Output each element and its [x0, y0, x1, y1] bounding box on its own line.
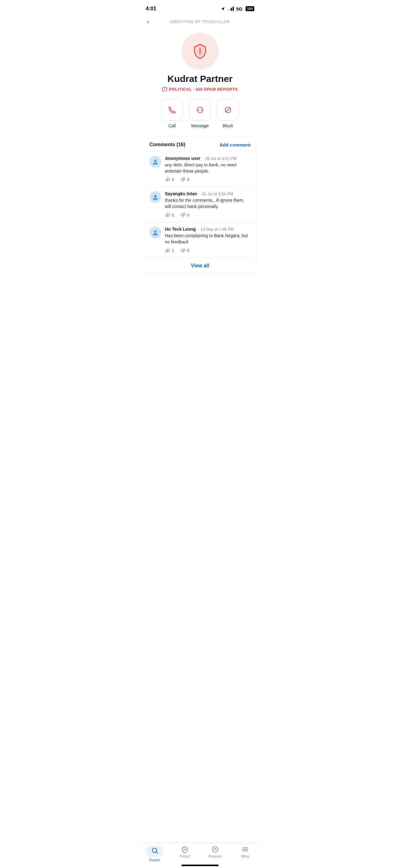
downvote-count: 0 [187, 248, 189, 253]
downvote-button[interactable]: 0 [180, 212, 189, 218]
thumbs-down-icon [180, 212, 186, 218]
shield-alert-icon [191, 42, 209, 60]
comment-author: Ho Teck Leong [165, 227, 196, 231]
thumbs-down-icon [180, 177, 186, 182]
comment-meta: Ho Teck Leong · 13 Sep at 1:06 PM [165, 227, 251, 231]
call-icon [168, 105, 176, 114]
comment-text: thanks for the comments...ill ignore the… [165, 197, 251, 210]
message-button[interactable]: Message [189, 99, 211, 128]
svg-point-1 [199, 53, 201, 55]
comment-text: Has been complaining to Bank Negara, but… [165, 233, 251, 245]
status-bar: 4:01 5G 100 [139, 0, 261, 16]
avatar [149, 156, 161, 168]
call-btn-circle [161, 99, 183, 121]
block-btn-circle [217, 99, 239, 121]
spam-badge-text: POLITICAL · 426 SPAM REPORTS [169, 87, 238, 92]
page-header: ‹ IDENTIFIED BY TRUECALLER [139, 16, 261, 25]
comments-section: Comments (16) Add comment Anonymous user… [144, 137, 256, 274]
avatar-section [139, 33, 261, 70]
thumbs-up-icon [165, 177, 171, 182]
signal-bars [227, 7, 234, 11]
comment-item: Ho Teck Leong · 13 Sep at 1:06 PM Has be… [144, 222, 256, 257]
downvote-button[interactable]: 0 [180, 177, 189, 182]
upvote-count: 1 [172, 248, 174, 253]
upvote-button[interactable]: 3 [165, 177, 174, 182]
svg-point-5 [198, 110, 199, 111]
add-comment-button[interactable]: Add comment [220, 142, 251, 148]
comment-item: Anonymous user · 28 Jul at 4:01 PM any d… [144, 151, 256, 187]
comment-content: Anonymous user · 28 Jul at 4:01 PM any d… [165, 156, 251, 182]
svg-point-6 [200, 110, 201, 111]
call-label: Call [168, 123, 176, 128]
block-icon [224, 105, 232, 114]
block-label: Block [223, 123, 233, 128]
upvote-button[interactable]: 2 [165, 212, 174, 218]
avatar [149, 191, 161, 203]
downvote-count: 0 [187, 213, 189, 217]
status-time: 4:01 [146, 6, 156, 12]
avatar [149, 227, 161, 239]
svg-point-12 [154, 230, 157, 233]
call-button[interactable]: Call [161, 99, 183, 128]
svg-point-7 [201, 110, 202, 111]
thumbs-up-icon [165, 248, 171, 253]
comment-content: Sayangku Intan · 31 Jul at 3:31 PM thank… [165, 191, 251, 218]
comment-time: 31 Jul at 3:31 PM [202, 191, 233, 196]
message-btn-circle [189, 99, 211, 121]
status-icons: 5G 100 [221, 6, 254, 11]
back-button[interactable]: ‹ [147, 18, 149, 25]
message-label: Message [191, 123, 209, 128]
comment-text: any debt, direct pay to bank, no need en… [165, 162, 251, 174]
comment-time: 13 Sep at 1:06 PM [201, 227, 234, 231]
comments-header: Comments (16) Add comment [144, 137, 256, 151]
comment-meta: Anonymous user · 28 Jul at 4:01 PM [165, 156, 251, 161]
action-buttons: Call Message Block [139, 99, 261, 128]
identified-by-label: IDENTIFIED BY TRUECALLER [170, 20, 230, 24]
user-icon [152, 229, 159, 236]
comment-item: Sayangku Intan · 31 Jul at 3:31 PM thank… [144, 187, 256, 222]
svg-point-10 [154, 160, 157, 162]
svg-line-9 [226, 108, 230, 112]
view-all-button[interactable]: View all [144, 258, 256, 274]
battery-indicator: 100 [244, 6, 254, 11]
comment-votes: 1 0 [165, 248, 251, 253]
message-icon [196, 105, 204, 114]
downvote-count: 0 [187, 177, 189, 182]
avatar [181, 33, 219, 70]
network-label: 5G [236, 6, 242, 11]
contact-name: Kudrat Partner [139, 73, 261, 84]
comment-votes: 2 0 [165, 212, 251, 218]
comments-title: Comments (16) [149, 142, 186, 148]
thumbs-down-icon [180, 248, 186, 253]
block-button[interactable]: Block [217, 99, 239, 128]
comment-author: Sayangku Intan [165, 191, 197, 196]
user-icon [152, 194, 159, 200]
upvote-count: 3 [172, 177, 174, 182]
svg-point-3 [164, 90, 165, 90]
comment-meta: Sayangku Intan · 31 Jul at 3:31 PM [165, 191, 251, 196]
svg-point-11 [154, 195, 157, 197]
thumbs-up-icon [165, 212, 171, 218]
spam-icon [162, 87, 167, 92]
spam-badge: POLITICAL · 426 SPAM REPORTS [139, 87, 261, 92]
upvote-button[interactable]: 1 [165, 248, 174, 253]
comment-time: 28 Jul at 4:01 PM [205, 156, 237, 161]
comment-author: Anonymous user [165, 156, 200, 161]
battery-level: 100 [245, 6, 254, 11]
user-icon [152, 158, 159, 165]
downvote-button[interactable]: 0 [180, 248, 189, 253]
comment-votes: 3 0 [165, 177, 251, 182]
comment-content: Ho Teck Leong · 13 Sep at 1:06 PM Has be… [165, 227, 251, 253]
navigation-icon [221, 6, 225, 11]
upvote-count: 2 [172, 213, 174, 217]
